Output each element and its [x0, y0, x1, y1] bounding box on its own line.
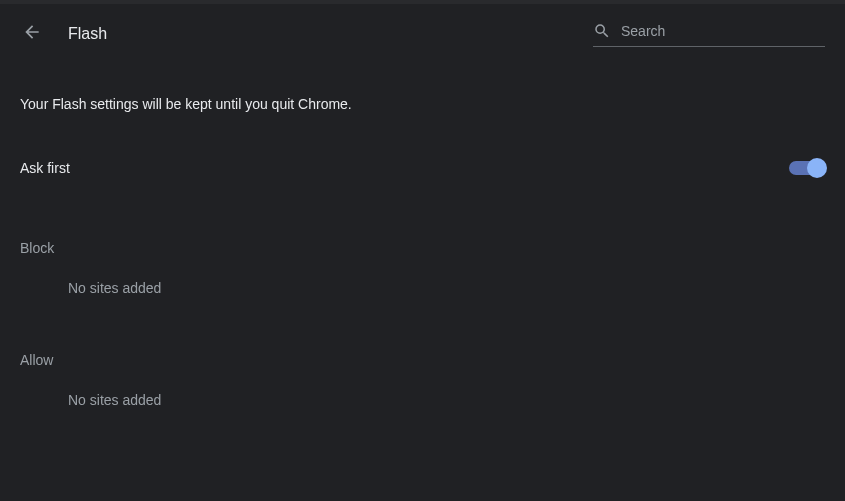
block-empty-text: No sites added [20, 256, 825, 296]
ask-first-row: Ask first [20, 152, 825, 184]
block-section: Block No sites added [20, 240, 825, 296]
block-section-title: Block [20, 240, 825, 256]
page-header: Flash [0, 4, 845, 64]
search-input[interactable] [621, 23, 825, 39]
arrow-left-icon [22, 22, 42, 46]
content-area: Your Flash settings will be kept until y… [0, 96, 845, 408]
allow-empty-text: No sites added [20, 368, 825, 408]
allow-section: Allow No sites added [20, 352, 825, 408]
ask-first-label: Ask first [20, 160, 70, 176]
search-icon [593, 22, 611, 40]
allow-section-title: Allow [20, 352, 825, 368]
toggle-knob-icon [807, 158, 827, 178]
flash-notice: Your Flash settings will be kept until y… [20, 96, 825, 112]
ask-first-toggle[interactable] [789, 161, 825, 175]
page-title: Flash [68, 25, 107, 43]
back-button[interactable] [20, 22, 44, 46]
search-field[interactable] [593, 22, 825, 47]
